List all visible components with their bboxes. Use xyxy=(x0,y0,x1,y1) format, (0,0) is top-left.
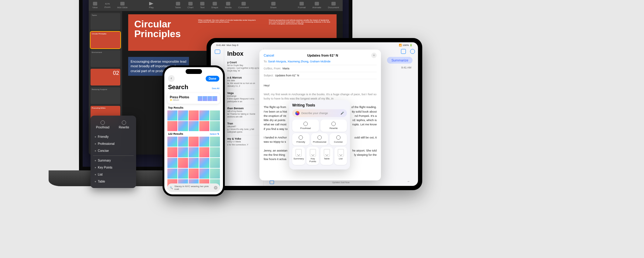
rewrite-icon xyxy=(331,122,336,126)
clear-icon[interactable]: × xyxy=(214,186,218,190)
professional-button[interactable]: Professional xyxy=(311,133,328,145)
to-field[interactable]: To: Sarah Murguia, Xiaomeng Zhong, Graha… xyxy=(264,58,377,65)
keynote-toolbar: View 41%Zoom Add Slide Play Table Chart … xyxy=(89,0,343,11)
thumb[interactable]: Environment xyxy=(91,50,120,67)
smile-icon xyxy=(299,135,303,140)
inbox-item[interactable]: a & Marcusthe dateia, We would be so hon… xyxy=(227,74,260,89)
proofread-button[interactable]: Proofread xyxy=(292,120,319,132)
proofread-button[interactable]: Proofread xyxy=(93,119,112,131)
style-friendly[interactable]: Friendly xyxy=(93,133,134,140)
album-card[interactable]: Press Photos 📁 Album xyxy=(167,93,220,104)
inbox-list: Inbox y Courtlist for Doyle Bayveryone, … xyxy=(224,48,264,186)
search-input[interactable]: 🔍 Stacey in NYC wearing her pink coat × xyxy=(167,183,220,192)
done-button[interactable]: Done xyxy=(206,76,219,82)
rewrite-button[interactable]: Rewrite xyxy=(114,119,134,131)
inbox-title: Inbox xyxy=(227,50,260,57)
mic-icon[interactable]: 🎤 xyxy=(341,112,344,115)
top-results-grid[interactable] xyxy=(164,110,223,131)
rewrite-button[interactable]: Rewrite xyxy=(320,120,347,132)
thumb[interactable]: Reducing Footprint xyxy=(91,87,120,104)
ipad: 9:41 AM Mon Sep 9 📶 100% 🔋 Inbox y Court… xyxy=(207,38,422,190)
thumb[interactable]: Topics xyxy=(91,13,120,30)
style-professional[interactable]: Professional xyxy=(93,140,134,147)
cancel-button[interactable]: Cancel xyxy=(264,54,274,57)
style-concise[interactable]: Concise xyxy=(93,147,134,154)
add-slide-tool[interactable]: Add Slide xyxy=(117,2,128,9)
sidebar-icon[interactable] xyxy=(215,50,220,54)
format-table[interactable]: Table xyxy=(93,178,134,185)
more-icon[interactable] xyxy=(410,49,415,54)
compress-icon xyxy=(336,135,341,140)
wt-prompt-input[interactable]: Describe your change 🎤 xyxy=(292,109,347,117)
compose-icon[interactable] xyxy=(401,49,406,54)
format-summary[interactable]: Summary xyxy=(93,157,134,164)
message-time: 9:41 AM xyxy=(401,66,411,69)
subject-field[interactable]: Subject: Updates from 61° N xyxy=(264,72,377,79)
top-results-label: Top Results xyxy=(168,106,183,109)
iphone: ‹ Done Search See All Press Photos 📁 Alb… xyxy=(163,65,225,196)
format-keypoints[interactable]: Key Points xyxy=(93,164,134,171)
thumb[interactable]: Circular Principles xyxy=(91,32,120,48)
thumb[interactable]: 02 xyxy=(91,69,120,85)
zoom-tool[interactable]: 41%Zoom xyxy=(104,2,110,9)
summary-button[interactable]: Summary xyxy=(292,147,305,165)
friendly-button[interactable]: Friendly xyxy=(292,133,310,145)
inbox-item[interactable]: Tranolleyball?g, I know it's only June, … xyxy=(227,120,260,135)
results-grid[interactable] xyxy=(164,137,223,189)
search-icon: 🔍 xyxy=(170,187,173,189)
ipad-statusbar: 9:41 AM Mon Sep 9 📶 100% 🔋 xyxy=(211,42,418,48)
dynamic-island xyxy=(186,69,202,74)
wt-title: Writing Tools xyxy=(292,103,347,107)
magnify-icon xyxy=(101,120,105,125)
select-link[interactable]: Select ⇅ xyxy=(210,133,219,135)
see-all-link[interactable]: See All xyxy=(212,87,219,90)
writing-tools-popup-mac: Proofread Rewrite Friendly Professional … xyxy=(91,116,136,188)
results-count: 122 Results xyxy=(168,132,183,135)
filter-icon[interactable] xyxy=(270,180,274,184)
briefcase-icon xyxy=(317,135,322,140)
summarize-button[interactable]: Summarize xyxy=(387,57,413,64)
inbox-item[interactable]: my & Yokommy <> Marias for the connectio… xyxy=(227,135,260,148)
updated-label: Updated Just Now xyxy=(332,181,349,183)
sparkle-icon xyxy=(295,111,300,115)
add-recipient-button[interactable]: + xyxy=(371,53,377,58)
cc-field[interactable]: Cc/Bcc, From: Maria xyxy=(264,65,377,72)
magnify-icon xyxy=(303,122,308,126)
search-title: Search xyxy=(168,84,188,91)
writing-tools-popup-ipad: Writing Tools Describe your change 🎤 Pro… xyxy=(289,100,350,169)
concise-button[interactable]: Concise xyxy=(330,133,347,145)
slide-title: Circular Principles xyxy=(134,19,189,46)
reply-icon[interactable]: ↩︎ xyxy=(408,180,412,184)
play-tool[interactable]: Play xyxy=(149,2,154,9)
inbox-item[interactable]: Vegaexchangeit time again! Respond t nt … xyxy=(227,90,260,105)
list-button[interactable]: List xyxy=(334,147,347,165)
compose-title: Updates from 61° N xyxy=(307,54,338,57)
back-button[interactable]: ‹ xyxy=(168,75,175,82)
keypoints-button[interactable]: Key Points xyxy=(307,147,319,165)
rewrite-icon xyxy=(122,120,126,125)
table-button[interactable]: Table xyxy=(320,147,333,165)
format-list[interactable]: List xyxy=(93,171,134,178)
inbox-item[interactable]: y Courtlist for Doyle Bayveryone, I put … xyxy=(227,59,260,74)
inbox-item[interactable]: than Bensenraft of my thesisia! Thanks f… xyxy=(227,105,260,120)
view-tool[interactable]: View xyxy=(92,2,98,9)
